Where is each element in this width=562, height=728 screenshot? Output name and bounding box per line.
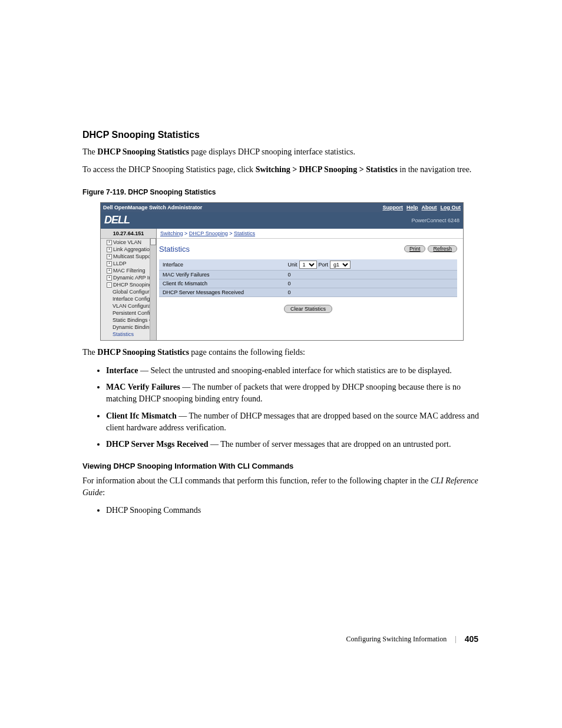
cell-value: Unit 1 Port g1	[285, 259, 457, 271]
nav-tree[interactable]: 10.27.64.151 +Voice VLAN+Link Aggregatio…	[101, 229, 157, 341]
logout-link[interactable]: Log Out	[441, 205, 461, 210]
cell-label: Client Ifc Mismatch	[159, 279, 285, 288]
text: page displays DHCP snooping interface st…	[189, 147, 355, 156]
text: For information about the CLI commands t…	[82, 476, 431, 485]
breadcrumb-link[interactable]: Statistics	[234, 230, 255, 236]
nav-tree-item[interactable]: Dynamic Binding	[101, 324, 156, 331]
cli-heading: Viewing DHCP Snooping Information With C…	[82, 462, 480, 470]
text: To access the DHCP Snooping Statistics p…	[82, 165, 256, 174]
nav-tree-item[interactable]: +MAC Filtering	[101, 267, 156, 274]
cli-list: DHCP Snooping Commands	[82, 505, 480, 516]
dell-logo: DELL	[104, 214, 130, 226]
nav-item-label: Persistent Config	[113, 310, 153, 316]
model-label: PowerConnect 6248	[411, 218, 459, 223]
field-term: Client Ifc Mismatch	[106, 411, 177, 420]
field-description: — The number of server messages that are…	[209, 440, 451, 449]
nav-tree-item[interactable]: +Dynamic ARP Inspe	[101, 274, 156, 281]
help-link[interactable]: Help	[406, 205, 418, 210]
expand-icon[interactable]: +	[107, 254, 112, 259]
cell-label: Interface	[159, 259, 285, 271]
port-select[interactable]: g1	[330, 261, 351, 269]
nav-ip-address: 10.27.64.151	[101, 229, 156, 239]
nav-item-label: Statistics	[113, 331, 134, 337]
text-bold: Switching > DHCP Snooping > Statistics	[256, 165, 398, 174]
nav-tree-item[interactable]: +Link Aggregation	[101, 246, 156, 253]
nav-item-label: Link Aggregation	[113, 246, 153, 252]
breadcrumb-link[interactable]: DHCP Snooping	[189, 230, 228, 236]
collapse-icon[interactable]: -	[107, 282, 112, 288]
fields-intro: The DHCP Snooping Statistics page contai…	[82, 347, 480, 358]
text: The	[82, 348, 97, 357]
nav-tree-item[interactable]: VLAN Configurati	[101, 302, 156, 309]
list-item: DHCP Server Msgs Received — The number o…	[106, 439, 480, 450]
cell-value: 0	[285, 288, 457, 297]
panel-title: Statistics	[159, 245, 190, 253]
page-number: 405	[465, 634, 478, 644]
unit-select[interactable]: 1	[299, 261, 317, 269]
table-row: DHCP Server Messages Received 0	[159, 288, 457, 297]
text-bold: DHCP Snooping Statistics	[97, 147, 189, 156]
cell-value: 0	[285, 270, 457, 279]
nav-item-label: Multicast Support	[113, 253, 154, 259]
nav-item-label: DHCP Snooping	[113, 282, 152, 288]
text: in the navigation tree.	[398, 165, 472, 174]
field-term: Interface	[106, 366, 138, 375]
logo-bar: DELL PowerConnect 6248	[101, 212, 463, 229]
app-titlebar: Dell OpenManage Switch Administrator Sup…	[101, 203, 463, 212]
nav-tree-item[interactable]: Statistics	[101, 331, 156, 338]
nav-tree-item[interactable]: Persistent Config	[101, 309, 156, 317]
breadcrumb-link[interactable]: Switching	[160, 230, 183, 236]
print-button[interactable]: Print	[404, 245, 426, 252]
expand-icon[interactable]: +	[107, 268, 112, 274]
expand-icon[interactable]: +	[107, 261, 112, 266]
expand-icon[interactable]: +	[107, 240, 112, 245]
nav-item-label: Static Bindings C	[113, 317, 153, 323]
nav-tree-item[interactable]: Static Bindings C	[101, 317, 156, 324]
clear-statistics-button[interactable]: Clear Statistics	[284, 305, 332, 313]
statistics-table: Interface Unit 1 Port g1	[159, 259, 457, 297]
list-item: MAC Verify Failures — The number of pack…	[106, 381, 480, 406]
cell-label: MAC Verify Failures	[159, 270, 285, 279]
figure-caption: Figure 7-119. DHCP Snooping Statistics	[82, 188, 480, 196]
support-link[interactable]: Support	[382, 205, 403, 210]
text: The	[82, 147, 97, 156]
nav-item-label: Interface Configu	[113, 296, 153, 302]
section-heading: DHCP Snooping Statistics	[82, 130, 480, 140]
nav-tree-item[interactable]: -DHCP Snooping	[101, 281, 156, 288]
list-item: DHCP Snooping Commands	[106, 505, 480, 516]
nav-item-label: VLAN Configurati	[113, 303, 154, 309]
nav-item-label: Global Configurat	[113, 289, 154, 295]
cell-value: 0	[285, 279, 457, 288]
text-bold: DHCP Snooping Statistics	[97, 348, 189, 357]
nav-tree-item[interactable]: +LLDP	[101, 260, 156, 267]
breadcrumb: Switching > DHCP Snooping > Statistics	[157, 229, 463, 239]
unit-label: Unit	[288, 262, 297, 268]
nav-item-label: Voice VLAN	[113, 239, 141, 245]
nav-item-label: Dynamic Binding	[113, 324, 153, 330]
footer-chapter: Configuring Switching Information	[346, 635, 447, 644]
intro-paragraph-2: To access the DHCP Snooping Statistics p…	[82, 164, 480, 176]
nav-item-label: MAC Filtering	[113, 268, 146, 274]
table-row: Client Ifc Mismatch 0	[159, 279, 457, 288]
nav-tree-item[interactable]: +Voice VLAN	[101, 239, 156, 246]
field-term: DHCP Server Msgs Received	[106, 440, 209, 449]
expand-icon[interactable]: +	[107, 247, 112, 252]
cell-label: DHCP Server Messages Received	[159, 288, 285, 297]
about-link[interactable]: About	[422, 205, 437, 210]
list-item: Interface — Select the untrusted and sno…	[106, 365, 480, 377]
table-row: MAC Verify Failures 0	[159, 270, 457, 279]
field-description: — Select the untrusted and snooping-enab…	[138, 366, 451, 375]
fields-list: Interface — Select the untrusted and sno…	[82, 365, 480, 451]
expand-icon[interactable]: +	[107, 275, 112, 281]
field-term: MAC Verify Failures	[106, 383, 180, 391]
page-footer: Configuring Switching Information | 405	[82, 634, 480, 644]
port-label: Port	[319, 262, 329, 268]
scrollbar[interactable]	[150, 238, 156, 341]
nav-item-label: LLDP	[113, 261, 127, 266]
cli-paragraph: For information about the CLI commands t…	[82, 475, 480, 499]
nav-tree-item[interactable]: Global Configurat	[101, 288, 156, 295]
app-title: Dell OpenManage Switch Administrator	[103, 205, 202, 210]
refresh-button[interactable]: Refresh	[428, 245, 457, 252]
nav-tree-item[interactable]: Interface Configu	[101, 295, 156, 302]
nav-tree-item[interactable]: +Multicast Support	[101, 253, 156, 260]
